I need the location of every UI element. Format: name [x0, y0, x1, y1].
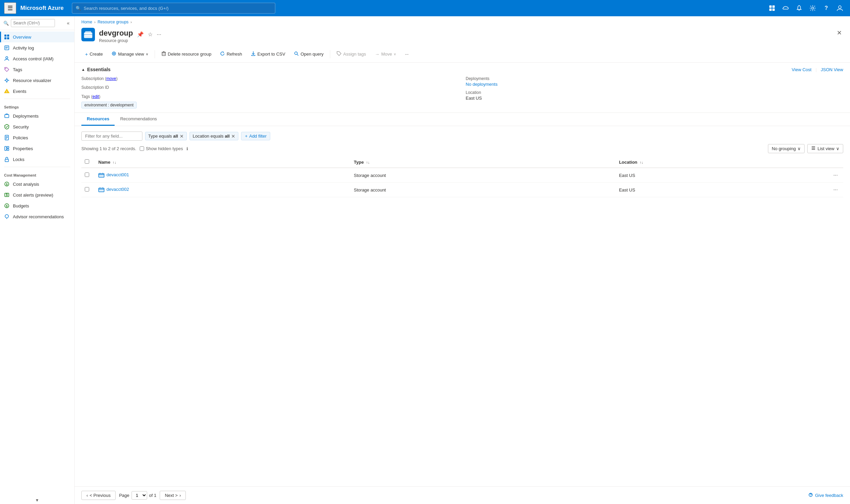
previous-btn[interactable]: ‹ < Previous — [82, 491, 116, 500]
sidebar-collapse-btn[interactable]: « — [66, 20, 71, 26]
sidebar-item-advisor[interactable]: Advisor recommendations — [0, 211, 74, 222]
type-filter-remove[interactable]: ✕ — [180, 134, 184, 139]
tab-recommendations[interactable]: Recommendations — [114, 113, 162, 126]
assign-tags-btn[interactable]: Assign tags — [333, 49, 370, 59]
sidebar-resource-visualizer-label: Resource visualizer — [13, 78, 51, 83]
pagination: ‹ < Previous Page 1 of 1 Next > › Give f… — [75, 486, 850, 504]
policies-icon — [4, 135, 10, 140]
export-csv-btn[interactable]: Export to CSV — [247, 49, 289, 59]
star-btn[interactable]: ☆ — [147, 31, 153, 38]
next-btn[interactable]: Next > › — [160, 491, 186, 500]
svg-rect-9 — [7, 37, 9, 39]
resource-title-area: devgroup 📌 ☆ ··· Resource group — [99, 28, 831, 43]
sidebar-item-overview[interactable]: Overview — [0, 32, 74, 42]
location-filter-remove[interactable]: ✕ — [231, 134, 235, 139]
row-more-btn[interactable]: ··· — [831, 186, 840, 194]
row-name-link[interactable]: devacct002 — [106, 187, 129, 192]
delete-btn[interactable]: Delete resource group — [158, 49, 215, 59]
show-hidden-checkbox[interactable] — [140, 146, 144, 151]
svg-point-52 — [295, 52, 297, 55]
sidebar-item-locks[interactable]: Locks — [0, 154, 74, 165]
col-location-header[interactable]: Location ↑↓ — [616, 157, 828, 168]
svg-marker-51 — [223, 52, 224, 53]
sidebar-item-activity-log[interactable]: Activity log — [0, 42, 74, 53]
svg-rect-46 — [162, 53, 165, 56]
create-btn[interactable]: + Create — [82, 50, 106, 59]
sidebar-item-security[interactable]: Security — [0, 121, 74, 132]
breadcrumb-home[interactable]: Home — [82, 20, 92, 24]
manage-view-btn[interactable]: Manage view ∨ — [108, 49, 152, 59]
sidebar-item-deployments[interactable]: Deployments — [0, 110, 74, 121]
row-location-cell: East US — [616, 168, 828, 183]
open-query-btn[interactable]: Open query — [290, 49, 327, 59]
deployments-link[interactable]: No deployments — [466, 82, 498, 87]
settings-gear-btn[interactable] — [807, 2, 819, 14]
sidebar-search-input[interactable] — [11, 19, 55, 27]
no-grouping-dropdown[interactable]: No grouping ∨ — [768, 144, 804, 153]
pin-btn[interactable]: 📌 — [136, 31, 144, 38]
svg-rect-29 — [7, 146, 9, 148]
location-filter-label: Location equals all — [193, 133, 230, 139]
show-hidden-label[interactable]: Show hidden types — [140, 146, 183, 151]
select-all-checkbox[interactable] — [85, 159, 89, 164]
svg-text:$: $ — [6, 183, 7, 186]
sidebar-scroll-down[interactable]: ▼ — [0, 497, 74, 504]
sidebar-item-cost-alerts[interactable]: $ Cost alerts (preview) — [0, 190, 74, 200]
sidebar-item-properties[interactable]: Properties — [0, 143, 74, 154]
sidebar-search-area: 🔍 « — [0, 16, 74, 30]
tags-icon — [4, 67, 10, 72]
user-btn[interactable] — [834, 2, 846, 14]
tab-resources[interactable]: Resources — [82, 113, 114, 126]
subscription-move-link[interactable]: move — [106, 76, 116, 81]
more-toolbar-btn[interactable]: ··· — [401, 50, 412, 59]
feedback-btn[interactable]: Give feedback — [808, 492, 843, 498]
essentials-header: ▲ Essentials View Cost | JSON View — [82, 67, 843, 72]
row-more-btn[interactable]: ··· — [831, 172, 840, 179]
budgets-icon: $ — [4, 203, 10, 209]
filter-input[interactable] — [82, 131, 142, 141]
portal-icon-btn[interactable] — [766, 2, 778, 14]
svg-point-4 — [812, 7, 814, 9]
row-checkbox[interactable] — [85, 187, 89, 192]
cloud-icon-btn[interactable] — [779, 2, 792, 14]
sidebar-item-tags[interactable]: Tags — [0, 64, 74, 75]
help-btn[interactable]: ? — [820, 2, 832, 14]
svg-point-68 — [810, 496, 811, 496]
col-type-header[interactable]: Type ↑↓ — [351, 157, 616, 168]
sidebar-item-resource-visualizer[interactable]: Resource visualizer — [0, 75, 74, 86]
svg-rect-7 — [7, 35, 9, 37]
list-view-dropdown[interactable]: List view ∨ — [807, 144, 843, 153]
notification-bell-btn[interactable] — [793, 2, 805, 14]
add-filter-btn[interactable]: + Add filter — [241, 132, 270, 140]
svg-text:$: $ — [6, 193, 8, 197]
refresh-btn[interactable]: Refresh — [216, 49, 246, 59]
sidebar-item-access-control[interactable]: Access control (IAM) — [0, 53, 74, 64]
sidebar-item-cost-analysis[interactable]: $ Cost analysis — [0, 179, 74, 190]
hamburger-menu[interactable]: ☰ — [4, 2, 16, 14]
resource-close-btn[interactable]: ✕ — [835, 28, 843, 38]
breadcrumb-resource-groups[interactable]: Resource groups — [98, 20, 128, 24]
page-info: Page 1 of 1 — [119, 491, 156, 500]
row-name-cell: devacct002 — [95, 183, 351, 197]
row-name-link[interactable]: devacct001 — [106, 172, 129, 177]
move-btn[interactable]: → Move ∨ — [371, 50, 400, 59]
col-name-header[interactable]: Name ↑↓ — [95, 157, 351, 168]
sidebar-item-events[interactable]: Events — [0, 86, 74, 96]
overview-icon — [4, 34, 10, 40]
breadcrumb-sep1: › — [94, 20, 95, 24]
brand-name: Microsoft Azure — [20, 5, 64, 12]
page-select[interactable]: 1 — [131, 491, 147, 500]
sidebar-item-policies[interactable]: Policies — [0, 132, 74, 143]
json-view-link[interactable]: JSON View — [821, 67, 843, 72]
sidebar-item-budgets[interactable]: $ Budgets — [0, 200, 74, 211]
resource-icon — [82, 28, 95, 41]
essentials-title[interactable]: ▲ Essentials — [82, 67, 110, 72]
toolbar-divider2 — [330, 50, 330, 58]
view-cost-link[interactable]: View Cost — [792, 67, 811, 72]
search-input[interactable] — [84, 6, 271, 11]
tags-edit-link[interactable]: edit — [92, 94, 99, 99]
more-resource-btn[interactable]: ··· — [156, 31, 162, 38]
row-checkbox[interactable] — [85, 173, 89, 177]
search-icon: 🔍 — [76, 6, 81, 11]
sidebar-overview-label: Overview — [13, 35, 31, 40]
